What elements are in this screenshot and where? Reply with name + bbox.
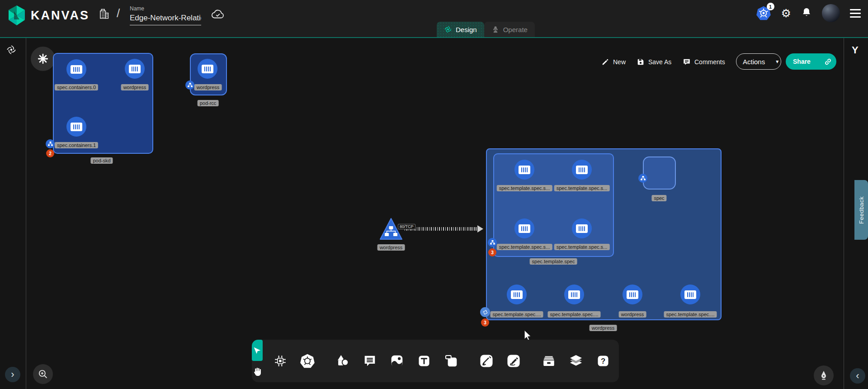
container-icon	[519, 224, 530, 233]
relationship-badge[interactable]	[185, 81, 194, 90]
node-spec-containers-0[interactable]	[66, 59, 86, 79]
comments-button[interactable]: Comments	[683, 58, 725, 66]
shapes-tool-button[interactable]	[334, 352, 352, 370]
node-wordpress-pod-rcc[interactable]	[198, 59, 217, 79]
container-icon	[576, 224, 588, 233]
left-rail-divider	[26, 38, 26, 389]
save-as-button[interactable]: Save As	[637, 58, 671, 66]
node-spec-containers-1[interactable]	[66, 117, 86, 137]
select-tool-button[interactable]	[252, 340, 263, 361]
chevron-right-icon: ›	[11, 370, 14, 380]
collapse-right-panel-button[interactable]: ‹	[850, 368, 865, 384]
help-button[interactable]: ?	[594, 352, 612, 370]
name-field-label: Name	[130, 5, 201, 12]
group-pod-template[interactable]	[493, 153, 614, 257]
chevron-left-icon: ‹	[856, 371, 859, 381]
group-label: pod-skd	[90, 157, 113, 164]
image-tool-button[interactable]	[388, 352, 406, 370]
relationship-badge[interactable]	[46, 139, 55, 148]
pencil-tool-button[interactable]	[505, 352, 523, 370]
tab-design[interactable]: Design	[437, 22, 484, 37]
service-edge[interactable]	[405, 227, 478, 231]
import-drawer-button[interactable]	[540, 352, 558, 370]
logo-text: KANVAS	[31, 9, 90, 23]
layers-icon	[568, 353, 584, 369]
feedback-tab[interactable]: Feedback	[854, 180, 868, 240]
node-template-container-3[interactable]	[572, 218, 592, 238]
note-tool-button[interactable]	[442, 352, 460, 370]
node-label: wordpress	[194, 84, 222, 90]
node-label: spec.template.spec....	[491, 311, 543, 318]
actions-dropdown-button[interactable]: ▾	[771, 54, 781, 69]
node-deploy-container-3[interactable]	[680, 285, 700, 304]
meshery-badge[interactable]	[480, 307, 490, 317]
kanvas-logo[interactable]: KANVAS	[7, 5, 90, 26]
save-as-label: Save As	[648, 58, 671, 66]
notifications-bell-icon[interactable]	[801, 7, 812, 19]
actions-label: Actions	[743, 58, 765, 66]
node-deploy-container-0[interactable]	[507, 285, 527, 304]
pen-tool-button[interactable]	[477, 352, 495, 370]
node-template-container-1[interactable]	[572, 160, 592, 180]
node-spec[interactable]	[643, 157, 676, 190]
group-label: wordpress	[590, 325, 617, 331]
node-deploy-container-1[interactable]	[564, 285, 584, 304]
pan-tool-button[interactable]	[252, 361, 263, 382]
pencil-new-icon	[601, 58, 609, 66]
cluster-node[interactable]	[31, 47, 55, 71]
sticky-note-icon	[444, 354, 458, 368]
sitemap-icon	[490, 240, 495, 245]
magnifier-plus-icon	[37, 368, 49, 380]
zoom-button[interactable]	[33, 364, 53, 384]
error-count-badge[interactable]: 2	[46, 149, 54, 157]
top-header: KANVAS / Name	[0, 0, 868, 38]
container-icon	[576, 166, 588, 174]
link-icon	[824, 57, 832, 66]
annotation-tools	[325, 340, 469, 382]
hand-icon	[252, 366, 263, 377]
node-wordpress-pod-skd[interactable]	[125, 59, 145, 79]
node-template-container-0[interactable]	[514, 160, 534, 180]
organization-icon[interactable]	[98, 7, 110, 22]
user-avatar[interactable]	[822, 4, 840, 22]
new-button[interactable]: New	[601, 58, 626, 66]
actions-button[interactable]: Actions	[736, 54, 771, 69]
kubernetes-wheel-icon	[300, 353, 315, 369]
group-label: pod-rcc	[198, 100, 219, 106]
comment-tool-button[interactable]	[361, 352, 379, 370]
svg-text:?: ?	[601, 357, 605, 365]
k8s-context-switcher[interactable]: 1	[756, 5, 771, 21]
error-count-badge[interactable]: 3	[488, 248, 496, 256]
relationship-badge[interactable]	[488, 238, 497, 247]
new-label: New	[613, 58, 626, 66]
node-label: spec.template.spec.s...	[554, 185, 610, 191]
container-icon	[71, 65, 82, 74]
node-deploy-container-2[interactable]	[623, 285, 642, 304]
text-tool-button[interactable]	[415, 352, 433, 370]
copy-link-button[interactable]	[818, 53, 836, 70]
container-icon	[519, 166, 530, 174]
hamburger-menu-icon[interactable]	[850, 9, 861, 18]
expand-left-panel-button[interactable]: ›	[5, 367, 20, 382]
node-template-container-2[interactable]	[514, 218, 534, 238]
mode-tabs: Design Operate	[437, 22, 535, 37]
service-node[interactable]	[379, 216, 403, 242]
error-count-badge[interactable]: 3	[481, 318, 489, 327]
node-label: wordpress	[121, 84, 149, 90]
chip-icon	[273, 354, 288, 368]
layers-button[interactable]	[567, 352, 585, 370]
drawer-icon	[541, 353, 557, 369]
utility-tools: ?	[531, 340, 621, 382]
sitemap-icon	[188, 83, 193, 87]
share-button[interactable]: Share	[786, 53, 818, 70]
component-tool-button[interactable]	[271, 352, 289, 370]
settings-gear-icon[interactable]: ⚙	[781, 8, 791, 19]
share-split-button: Share	[786, 53, 836, 70]
relationship-badge[interactable]	[638, 174, 647, 183]
pen-mode-button[interactable]	[814, 365, 834, 385]
tab-operate[interactable]: Operate	[484, 22, 535, 37]
design-name-input[interactable]	[130, 13, 201, 25]
component-tools	[263, 340, 325, 382]
kubernetes-tool-button[interactable]	[298, 352, 316, 370]
share-label: Share	[793, 58, 811, 65]
